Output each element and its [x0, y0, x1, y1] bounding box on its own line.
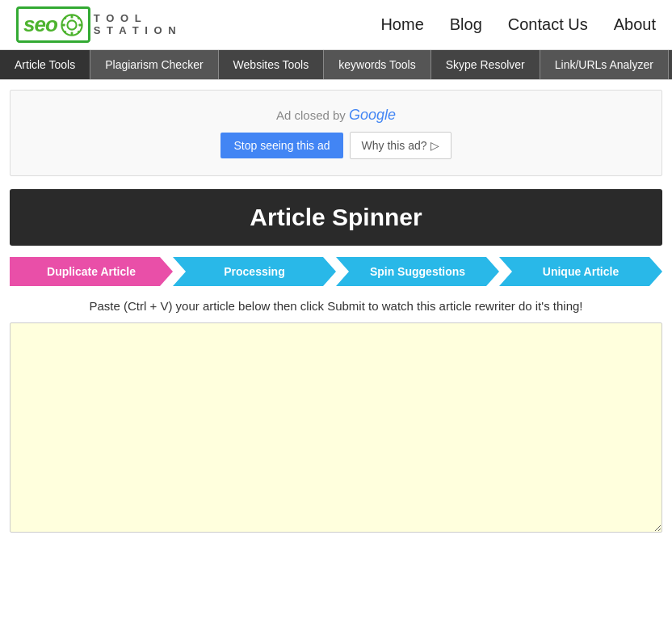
logo-seo-text: seo: [23, 12, 57, 37]
why-this-ad-label: Why this ad?: [362, 139, 427, 152]
logo-tool-line1: T O O L: [94, 13, 178, 24]
step-duplicate-article: Duplicate Article: [10, 257, 173, 286]
svg-rect-4: [61, 23, 65, 26]
logo-area: seo T O O L S T A T I O N: [16, 6, 178, 43]
nav-home[interactable]: Home: [380, 15, 423, 34]
tab-plagiarism[interactable]: Plagiarism Checker: [90, 50, 218, 79]
step-processing: Processing: [173, 257, 336, 286]
tab-nav: Article Tools Plagiarism Checker Website…: [0, 50, 672, 80]
why-icon: ▷: [430, 139, 439, 152]
tab-skype-resolver[interactable]: Skype Resolver: [431, 50, 540, 79]
main-content: Ad closed by Google Stop seeing this ad …: [0, 80, 672, 546]
steps-bar: Duplicate Article Processing Spin Sugges…: [10, 257, 662, 286]
ad-closed-text: Ad closed by Google: [27, 107, 645, 124]
tab-websites-tools[interactable]: Websites Tools: [219, 50, 325, 79]
main-nav: Home Blog Contact Us About: [380, 15, 656, 34]
instructions-text: Paste (Ctrl + V) your article below then…: [10, 299, 662, 313]
article-input[interactable]: [10, 322, 662, 533]
tab-ranker[interactable]: Ranke...: [669, 50, 672, 79]
step-unique-article: Unique Article: [499, 257, 662, 286]
ad-closed-label: Ad closed by: [276, 108, 346, 122]
google-brand-text: Google: [349, 107, 396, 123]
why-this-ad-button[interactable]: Why this ad? ▷: [350, 132, 452, 159]
logo-station-line2: S T A T I O N: [94, 25, 178, 36]
spinner-title: Article Spinner: [10, 189, 662, 246]
nav-contact[interactable]: Contact Us: [508, 15, 588, 34]
stop-seeing-button[interactable]: Stop seeing this ad: [220, 133, 342, 158]
svg-rect-5: [78, 23, 82, 26]
tab-keywords-tools[interactable]: keywords Tools: [324, 50, 430, 79]
tab-link-urls[interactable]: Link/URLs Analyzer: [540, 50, 669, 79]
nav-blog[interactable]: Blog: [450, 15, 482, 34]
tab-article-tools[interactable]: Article Tools: [0, 50, 90, 79]
gear-icon: [61, 14, 83, 36]
svg-rect-3: [70, 32, 73, 35]
step-spin-suggestions: Spin Suggestions: [336, 257, 499, 286]
svg-rect-2: [70, 15, 73, 18]
logo-text: T O O L S T A T I O N: [94, 13, 178, 36]
header: seo T O O L S T A T I O N Home Blog Cont…: [0, 0, 672, 50]
svg-point-1: [67, 20, 76, 29]
ad-buttons: Stop seeing this ad Why this ad? ▷: [27, 132, 645, 159]
nav-about[interactable]: About: [614, 15, 656, 34]
logo-box: seo: [16, 6, 90, 43]
ad-box: Ad closed by Google Stop seeing this ad …: [10, 90, 662, 176]
